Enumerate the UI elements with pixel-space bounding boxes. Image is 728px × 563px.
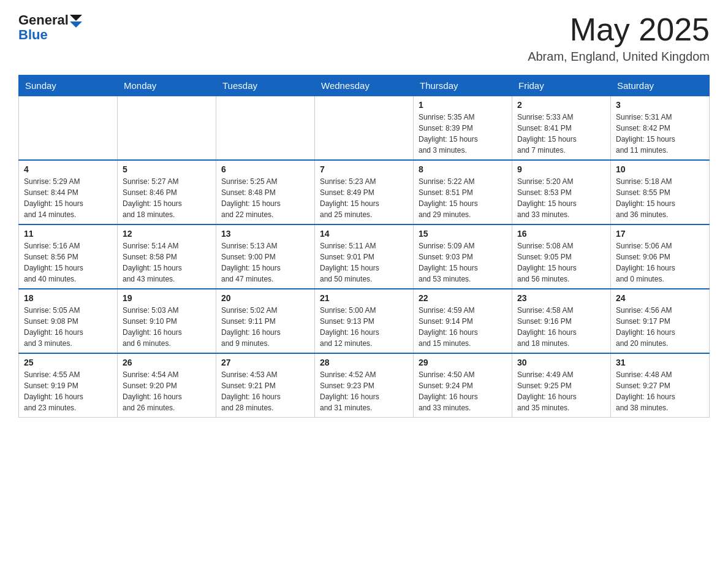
calendar-cell: 14Sunrise: 5:11 AM Sunset: 9:01 PM Dayli… — [315, 224, 414, 289]
calendar-week-2: 4Sunrise: 5:29 AM Sunset: 8:44 PM Daylig… — [19, 160, 710, 224]
logo-blue-text: Blue — [18, 27, 48, 43]
calendar-cell: 25Sunrise: 4:55 AM Sunset: 9:19 PM Dayli… — [19, 353, 118, 418]
calendar-cell: 20Sunrise: 5:02 AM Sunset: 9:11 PM Dayli… — [216, 289, 315, 353]
day-info: Sunrise: 4:56 AM Sunset: 9:17 PM Dayligh… — [616, 305, 704, 349]
calendar-week-4: 18Sunrise: 5:05 AM Sunset: 9:08 PM Dayli… — [19, 289, 710, 353]
day-number: 7 — [320, 164, 408, 174]
day-number: 23 — [517, 293, 605, 303]
day-number: 17 — [616, 229, 704, 239]
day-number: 9 — [517, 164, 605, 174]
day-number: 18 — [24, 293, 112, 303]
day-info: Sunrise: 5:25 AM Sunset: 8:48 PM Dayligh… — [221, 176, 309, 220]
calendar-cell: 22Sunrise: 4:59 AM Sunset: 9:14 PM Dayli… — [414, 289, 512, 353]
location-title: Abram, England, United Kingdom — [528, 50, 710, 64]
day-number: 12 — [123, 229, 211, 239]
calendar-cell: 26Sunrise: 4:54 AM Sunset: 9:20 PM Dayli… — [118, 353, 216, 418]
column-header-friday: Friday — [512, 75, 611, 96]
day-info: Sunrise: 5:06 AM Sunset: 9:06 PM Dayligh… — [616, 240, 704, 285]
month-title: May 2025 — [528, 12, 710, 47]
day-number: 1 — [419, 100, 507, 110]
column-header-thursday: Thursday — [414, 75, 512, 96]
day-info: Sunrise: 5:33 AM Sunset: 8:41 PM Dayligh… — [517, 112, 605, 156]
day-info: Sunrise: 4:53 AM Sunset: 9:21 PM Dayligh… — [221, 369, 309, 413]
day-info: Sunrise: 5:31 AM Sunset: 8:42 PM Dayligh… — [616, 112, 704, 156]
day-info: Sunrise: 5:08 AM Sunset: 9:05 PM Dayligh… — [517, 240, 605, 285]
column-header-tuesday: Tuesday — [216, 75, 315, 96]
day-number: 29 — [419, 358, 507, 367]
day-info: Sunrise: 5:13 AM Sunset: 9:00 PM Dayligh… — [221, 240, 309, 285]
calendar-cell: 1Sunrise: 5:35 AM Sunset: 8:39 PM Daylig… — [414, 96, 512, 161]
day-info: Sunrise: 5:23 AM Sunset: 8:49 PM Dayligh… — [320, 176, 408, 220]
day-number: 5 — [123, 164, 211, 174]
day-number: 3 — [616, 100, 704, 110]
day-info: Sunrise: 5:14 AM Sunset: 8:58 PM Dayligh… — [123, 240, 211, 285]
logo-general-text: General — [18, 12, 69, 28]
day-number: 11 — [24, 229, 112, 239]
day-info: Sunrise: 5:16 AM Sunset: 8:56 PM Dayligh… — [24, 240, 112, 285]
logo: General Blue — [18, 12, 82, 43]
day-info: Sunrise: 4:49 AM Sunset: 9:25 PM Dayligh… — [517, 369, 605, 413]
day-info: Sunrise: 5:18 AM Sunset: 8:55 PM Dayligh… — [616, 176, 704, 220]
calendar-cell: 24Sunrise: 4:56 AM Sunset: 9:17 PM Dayli… — [611, 289, 710, 353]
day-number: 14 — [320, 229, 408, 239]
day-number: 26 — [123, 358, 211, 367]
column-header-saturday: Saturday — [611, 75, 710, 96]
calendar-cell: 30Sunrise: 4:49 AM Sunset: 9:25 PM Dayli… — [512, 353, 611, 418]
day-number: 24 — [616, 293, 704, 303]
calendar-cell: 2Sunrise: 5:33 AM Sunset: 8:41 PM Daylig… — [512, 96, 611, 161]
day-info: Sunrise: 4:50 AM Sunset: 9:24 PM Dayligh… — [419, 369, 507, 413]
day-info: Sunrise: 5:20 AM Sunset: 8:53 PM Dayligh… — [517, 176, 605, 220]
day-info: Sunrise: 5:09 AM Sunset: 9:03 PM Dayligh… — [419, 240, 507, 285]
calendar-cell: 19Sunrise: 5:03 AM Sunset: 9:10 PM Dayli… — [118, 289, 216, 353]
column-header-sunday: Sunday — [19, 75, 118, 96]
day-number: 21 — [320, 293, 408, 303]
day-info: Sunrise: 5:05 AM Sunset: 9:08 PM Dayligh… — [24, 305, 112, 349]
column-header-wednesday: Wednesday — [315, 75, 414, 96]
calendar-header: SundayMondayTuesdayWednesdayThursdayFrid… — [19, 75, 710, 96]
day-info: Sunrise: 4:52 AM Sunset: 9:23 PM Dayligh… — [320, 369, 408, 413]
calendar-cell: 12Sunrise: 5:14 AM Sunset: 8:58 PM Dayli… — [118, 224, 216, 289]
day-number: 25 — [24, 358, 112, 367]
calendar-cell: 21Sunrise: 5:00 AM Sunset: 9:13 PM Dayli… — [315, 289, 414, 353]
calendar-cell: 28Sunrise: 4:52 AM Sunset: 9:23 PM Dayli… — [315, 353, 414, 418]
calendar-cell: 13Sunrise: 5:13 AM Sunset: 9:00 PM Dayli… — [216, 224, 315, 289]
day-number: 22 — [419, 293, 507, 303]
page-header: General Blue May 2025 Abram, England, Un… — [18, 12, 710, 64]
calendar-cell: 16Sunrise: 5:08 AM Sunset: 9:05 PM Dayli… — [512, 224, 611, 289]
calendar-cell: 15Sunrise: 5:09 AM Sunset: 9:03 PM Dayli… — [414, 224, 512, 289]
day-number: 19 — [123, 293, 211, 303]
day-number: 6 — [221, 164, 309, 174]
calendar-cell — [19, 96, 118, 161]
day-info: Sunrise: 5:35 AM Sunset: 8:39 PM Dayligh… — [419, 112, 507, 156]
calendar-week-1: 1Sunrise: 5:35 AM Sunset: 8:39 PM Daylig… — [19, 96, 710, 161]
day-number: 10 — [616, 164, 704, 174]
calendar-cell: 6Sunrise: 5:25 AM Sunset: 8:48 PM Daylig… — [216, 160, 315, 224]
calendar-cell: 10Sunrise: 5:18 AM Sunset: 8:55 PM Dayli… — [611, 160, 710, 224]
calendar-cell: 5Sunrise: 5:27 AM Sunset: 8:46 PM Daylig… — [118, 160, 216, 224]
day-info: Sunrise: 5:27 AM Sunset: 8:46 PM Dayligh… — [123, 176, 211, 220]
calendar-cell: 17Sunrise: 5:06 AM Sunset: 9:06 PM Dayli… — [611, 224, 710, 289]
day-info: Sunrise: 5:22 AM Sunset: 8:51 PM Dayligh… — [419, 176, 507, 220]
calendar-body: 1Sunrise: 5:35 AM Sunset: 8:39 PM Daylig… — [19, 96, 710, 418]
day-info: Sunrise: 5:11 AM Sunset: 9:01 PM Dayligh… — [320, 240, 408, 285]
calendar-cell — [118, 96, 216, 161]
calendar-week-3: 11Sunrise: 5:16 AM Sunset: 8:56 PM Dayli… — [19, 224, 710, 289]
calendar-cell — [315, 96, 414, 161]
day-number: 28 — [320, 358, 408, 367]
calendar-cell: 8Sunrise: 5:22 AM Sunset: 8:51 PM Daylig… — [414, 160, 512, 224]
day-number: 8 — [419, 164, 507, 174]
day-number: 27 — [221, 358, 309, 367]
day-number: 20 — [221, 293, 309, 303]
calendar-cell — [216, 96, 315, 161]
day-info: Sunrise: 5:03 AM Sunset: 9:10 PM Dayligh… — [123, 305, 211, 349]
calendar-cell: 23Sunrise: 4:58 AM Sunset: 9:16 PM Dayli… — [512, 289, 611, 353]
day-number: 13 — [221, 229, 309, 239]
calendar-cell: 11Sunrise: 5:16 AM Sunset: 8:56 PM Dayli… — [19, 224, 118, 289]
day-info: Sunrise: 4:55 AM Sunset: 9:19 PM Dayligh… — [24, 369, 112, 413]
day-number: 15 — [419, 229, 507, 239]
calendar-week-5: 25Sunrise: 4:55 AM Sunset: 9:19 PM Dayli… — [19, 353, 710, 418]
logo-icon: General Blue — [18, 12, 82, 43]
header-row: SundayMondayTuesdayWednesdayThursdayFrid… — [19, 75, 710, 96]
calendar-cell: 7Sunrise: 5:23 AM Sunset: 8:49 PM Daylig… — [315, 160, 414, 224]
title-block: May 2025 Abram, England, United Kingdom — [528, 12, 710, 64]
